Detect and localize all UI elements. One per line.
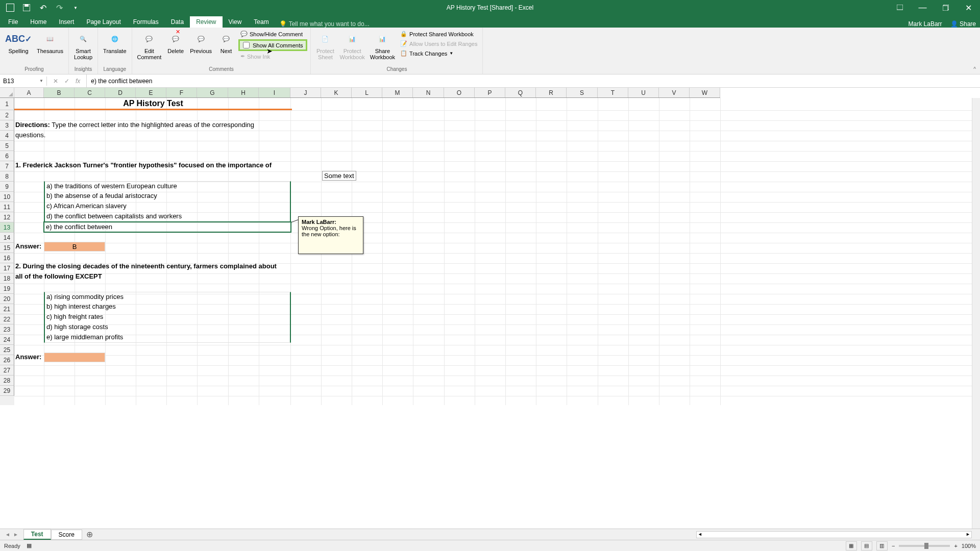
show-hide-comment-button[interactable]: 💬Show/Hide Comment [238,30,307,38]
q2-opt-d[interactable]: d) high storage costs [44,322,291,333]
tab-data[interactable]: Data [165,16,190,28]
tab-review[interactable]: Review [190,16,222,28]
col-header-s[interactable]: S [567,88,598,97]
ribbon-display-icon[interactable] [888,0,911,15]
excel-icon[interactable] [4,2,16,14]
answer-label-2[interactable]: Answer: [14,353,42,361]
tab-formulas[interactable]: Formulas [127,16,165,28]
q2-line2[interactable]: all of the following EXCEPT [14,272,103,281]
title-cell[interactable]: AP History Test [14,98,292,110]
show-all-comments-button[interactable]: Show All Comments➤ [238,39,307,51]
undo-icon[interactable]: ↶ [37,2,49,14]
row-header-26[interactable]: 26 [0,355,14,365]
q2-line1[interactable]: 2. During the closing decades of the nin… [14,262,278,270]
sheet-nav-next-icon[interactable]: ► [12,531,19,538]
smart-lookup-button[interactable]: 🔍Smart Lookup [72,30,94,61]
zoom-level[interactable]: 100% [962,543,976,549]
row-header-11[interactable]: 11 [0,202,14,212]
row-header-19[interactable]: 19 [0,284,14,294]
maximize-icon[interactable] [934,0,957,15]
col-header-p[interactable]: P [475,88,505,97]
normal-view-icon[interactable]: ▦ [846,541,857,550]
row-header-7[interactable]: 7 [0,161,14,171]
row-header-16[interactable]: 16 [0,253,14,263]
col-header-o[interactable]: O [444,88,475,97]
tell-me-search[interactable]: 💡 Tell me what you want to do... [275,20,370,28]
col-header-n[interactable]: N [413,88,444,97]
macro-icon[interactable]: ▦ [27,542,32,549]
directions-line2[interactable]: questions. [14,131,46,139]
row-header-14[interactable]: 14 [0,233,14,243]
q1-opt-a[interactable]: a) the traditions of western European cu… [44,181,291,191]
q1-opt-c[interactable]: c) African American slavery [44,202,291,212]
row-header-24[interactable]: 24 [0,335,14,345]
col-header-m[interactable]: M [382,88,413,97]
delete-comment-button[interactable]: 💬✕Delete [164,30,187,55]
q2-opt-e[interactable]: e) large middleman profits [44,333,291,343]
redo-icon[interactable]: ↷ [53,2,65,14]
directions-line1[interactable]: Directions: Type the correct letter into… [14,120,255,129]
row-header-13[interactable]: 13 [0,222,14,233]
qat-dropdown-icon[interactable]: ▼ [69,2,82,14]
tab-view[interactable]: View [223,16,248,28]
col-header-k[interactable]: K [321,88,352,97]
vertical-scrollbar[interactable] [972,98,980,529]
minimize-icon[interactable]: — [911,0,934,15]
row-header-17[interactable]: 17 [0,263,14,273]
col-header-e[interactable]: E [136,88,166,97]
row-header-5[interactable]: 5 [0,141,14,151]
row-header-28[interactable]: 28 [0,375,14,386]
row-header-25[interactable]: 25 [0,345,14,355]
tab-file[interactable]: File [2,16,24,28]
row-header-3[interactable]: 3 [0,120,14,131]
tab-home[interactable]: Home [24,16,53,28]
grid-cells[interactable]: AP History Test Directions: Type the cor… [14,98,980,405]
name-box[interactable]: B13▼ [0,77,47,86]
collapse-ribbon-icon[interactable]: ^ [973,66,976,72]
sheet-nav-prev-icon[interactable]: ◄ [4,531,11,538]
col-header-g[interactable]: G [197,88,228,97]
sheet-tab-score[interactable]: Score [51,530,82,540]
chevron-down-icon[interactable]: ▼ [39,79,43,83]
spelling-button[interactable]: ABC✓Spelling [3,30,34,55]
save-icon[interactable] [20,2,33,14]
zoom-slider[interactable] [899,545,950,547]
q1-opt-b[interactable]: b) the absense of a feudal aristocracy [44,191,291,202]
answer-label-1[interactable]: Answer: [14,242,42,251]
track-changes-button[interactable]: 📋Track Changes ▼ [398,49,479,58]
protect-shared-button[interactable]: 🔒Protect Shared Workbook [398,30,479,38]
page-break-view-icon[interactable]: ▥ [876,541,888,550]
share-workbook-button[interactable]: 📊Share Workbook [368,30,397,61]
next-comment-button[interactable]: 💬Next [215,30,237,55]
zoom-out-button[interactable]: − [892,543,895,549]
horizontal-scrollbar[interactable]: ◄ ► [696,531,972,538]
row-header-9[interactable]: 9 [0,182,14,192]
col-header-h[interactable]: H [228,88,259,97]
new-sheet-button[interactable]: ⊕ [82,530,97,539]
sheet-tab-test[interactable]: Test [23,529,51,540]
scroll-left-icon[interactable]: ◄ [698,532,702,537]
zoom-thumb[interactable] [924,543,928,549]
zoom-in-button[interactable]: + [954,543,957,549]
col-header-r[interactable]: R [536,88,567,97]
q1-text[interactable]: 1. Frederick Jackson Turner's "frontier … [14,161,273,169]
q2-opt-a[interactable]: a) rising commodity prices [44,292,291,302]
col-header-f[interactable]: F [166,88,197,97]
q1-opt-d[interactable]: d) the conflict between capitalists and … [44,212,291,222]
col-header-a[interactable]: A [14,88,44,97]
col-header-t[interactable]: T [598,88,628,97]
edit-comment-button[interactable]: 💬Edit Comment [135,30,164,61]
row-header-2[interactable]: 2 [0,110,14,120]
tab-insert[interactable]: Insert [53,16,80,28]
row-header-21[interactable]: 21 [0,304,14,314]
col-header-l[interactable]: L [352,88,382,97]
tab-team[interactable]: Team [248,16,275,28]
row-header-8[interactable]: 8 [0,171,14,182]
selected-cell-b13[interactable]: e) the conflict between [43,221,291,233]
col-header-u[interactable]: U [628,88,659,97]
col-header-j[interactable]: J [290,88,321,97]
formula-input[interactable]: e) the conflict between [87,77,980,86]
col-header-w[interactable]: W [690,88,720,97]
answer-box-1[interactable]: B [44,242,105,252]
col-header-b[interactable]: B [44,88,75,97]
